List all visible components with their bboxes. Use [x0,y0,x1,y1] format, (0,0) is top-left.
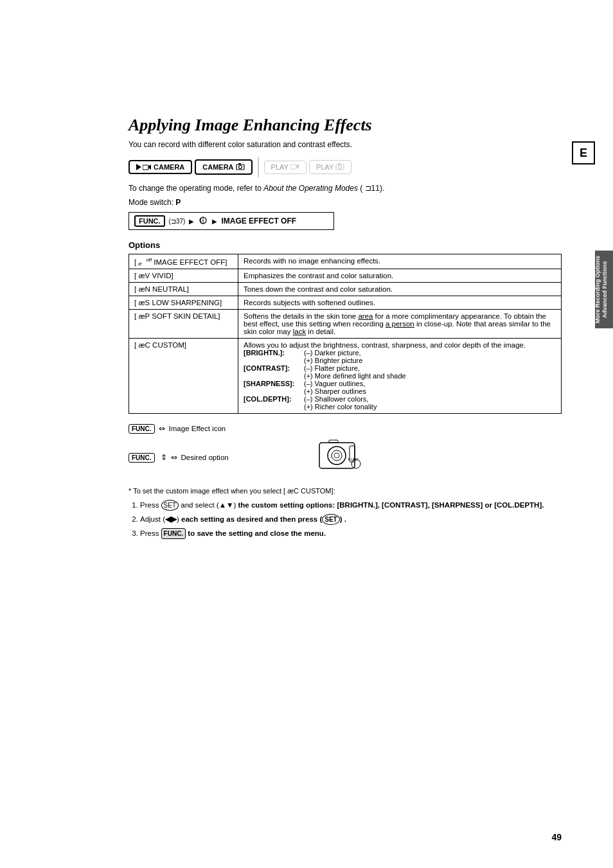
sharpness-plus: (+) Sharper outlines [304,387,366,395]
contrast-label: [CONTRAST]: [244,364,301,380]
brightn-label: [BRIGHTN.]: [244,349,301,364]
arrow-right-icon [189,217,194,226]
image-effect-icon [198,216,208,225]
sidebar-advanced: Advanced Functions [601,261,608,318]
mode-switch-label: Mode switch: [129,198,175,207]
svg-rect-9 [338,163,341,164]
play-photo-cam-icon [335,163,344,170]
svg-marker-6 [296,164,299,169]
play-photo-icon [335,163,344,172]
arrow-up-down: ▲▼ [219,501,234,509]
svg-marker-1 [148,164,151,170]
underline-person: a person [386,320,414,328]
mode-buttons: CAMERA CAMERA PLAY PLAY [129,157,562,177]
sidebar-label: Advanced Functions More Recording Option… [595,251,613,328]
down-arrow-sym: ⇕ [161,453,167,462]
option-val-1: Records with no image enhancing effects. [238,254,562,269]
asterisk-note: * To set the custom image effect when yo… [129,487,562,495]
contrast-values: (–) Flatter picture, (+) More defined li… [304,364,406,380]
page-container: E Advanced Functions More Recording Opti… [0,0,613,868]
func-row-2: FUNC. ⇕ Desired option FUN [129,436,562,479]
set-icon-2: SET [322,514,339,525]
table-row-custom: [ æC CUSTOM] Allows you to adjust the br… [129,338,562,413]
option-key-3: [ æN NEUTRAL] [129,282,238,296]
svg-text:æ: æ [138,260,142,266]
option-key-6: [ æC CUSTOM] [129,338,238,413]
option-val-3: Tones down the contrast and color satura… [238,282,562,296]
func-area: FUNC. (⊐37) IMAGE EFFECT OFF [129,212,334,230]
option-val-2: Emphasizes the contrast and color satura… [238,269,562,282]
contrast-plus: (+) More defined light and shade [304,372,406,380]
steps-list: Press SET and select (▲▼) the custom set… [129,500,562,540]
camera-video-btn: CAMERA [129,160,192,174]
svg-point-16 [334,453,339,458]
setting-row-contrast: [CONTRAST]: (–) Flatter picture, (+) Mor… [244,364,556,380]
func-row-1: FUNC. Image Effect icon [129,424,562,434]
option-key-1: [ æoff IMAGE EFFECT OFF] [129,254,238,269]
func-instruction-1: Image Effect icon [169,425,226,432]
e-tab: E [572,141,595,164]
arrow-sym-1 [159,424,165,433]
video-camera-icon [143,164,152,171]
svg-rect-5 [290,164,296,169]
func-page-ref: (⊐37) [169,218,186,225]
options-table: [ æoff IMAGE EFFECT OFF] Records with no… [129,254,562,414]
svg-point-8 [339,166,342,169]
brightn-values: (–) Darker picture, (+) Brighter picture [304,349,362,364]
arrow-lr: ◀▶ [165,515,177,523]
photo-camera-icon [236,163,245,170]
effect-label: IMAGE EFFECT OFF [221,217,296,226]
coldepth-values: (–) Shallower colors, (+) Richer color t… [304,395,377,411]
setting-row-brightn: [BRIGHTN.]: (–) Darker picture, (+) Brig… [244,349,556,364]
svg-rect-0 [143,165,148,170]
camera-diagram: FUNC [310,436,368,479]
mode-value: P [175,198,181,207]
option-val-6: Allows you to adjust the brightness, con… [238,338,562,413]
play-photo-label: PLAY [316,163,333,171]
camera-photo-btn: CAMERA [195,159,252,175]
ref-link: About the Operating Modes [263,184,358,193]
brightn-plus: (+) Brighter picture [304,357,362,364]
svg-point-14 [328,447,346,465]
option-key-5: [ æP SOFT SKIN DETAIL] [129,309,238,338]
step3-text: to save the setting and close the menu. [188,529,326,537]
setting-row-sharpness: [SHARPNESS]: (–) Vaguer outlines, (+) Sh… [244,380,556,395]
svg-point-3 [238,166,242,169]
play-photo-btn: PLAY [309,160,351,174]
func-badge-1: FUNC. [129,424,155,434]
divider [258,157,259,177]
func-inline: FUNC. [161,528,186,539]
arrow-right2-icon [212,217,217,226]
video-icon [136,164,152,171]
option-key-2: [ æV VIVID] [129,269,238,282]
sharpness-values: (–) Vaguer outlines, (+) Sharper outline… [304,380,366,395]
step-3: Press FUNC. to save the setting and clos… [140,528,562,539]
set-icon-1: SET [161,500,179,511]
svg-rect-4 [238,163,241,164]
page-number: 49 [551,832,562,842]
table-row: [ æP SOFT SKIN DETAIL] Softens the detai… [129,309,562,338]
mode-switch-p: Mode switch: P [129,198,562,207]
option-key-4: [ æS LOW SHARPENING] [129,296,238,309]
contrast-minus: (–) Flatter picture, [304,364,406,372]
func-label: FUNC. [139,217,161,225]
sidebar-more: More Recording Options [594,256,601,323]
svg-point-15 [332,450,342,461]
custom-intro: Allows you to adjust the brightness, con… [244,341,556,349]
underline-area: area [358,312,373,320]
page-title: Applying Image Enhancing Effects [129,116,562,135]
effect-icon-sym [198,216,208,227]
step1-text: the custom setting options: [BRIGHTN.], … [238,501,544,509]
setting-row-coldepth: [COL.DEPTH]: (–) Shallower colors, (+) R… [244,395,556,411]
underline-lack: lack [293,328,306,335]
table-row: [ æoff IMAGE EFFECT OFF] Records with no… [129,254,562,269]
coldepth-label: [COL.DEPTH]: [244,395,301,411]
camera-photo-icon [236,163,245,172]
options-title: Options [129,240,562,250]
arrow-sym-2 [171,453,177,462]
brightn-minus: (–) Darker picture, [304,349,362,357]
custom-settings: [BRIGHTN.]: (–) Darker picture, (+) Brig… [244,349,556,411]
sharpness-minus: (–) Vaguer outlines, [304,380,366,387]
coldepth-plus: (+) Richer color tonality [304,403,377,411]
option-key-label-1: [ æoff IMAGE EFFECT OFF] [134,258,227,266]
